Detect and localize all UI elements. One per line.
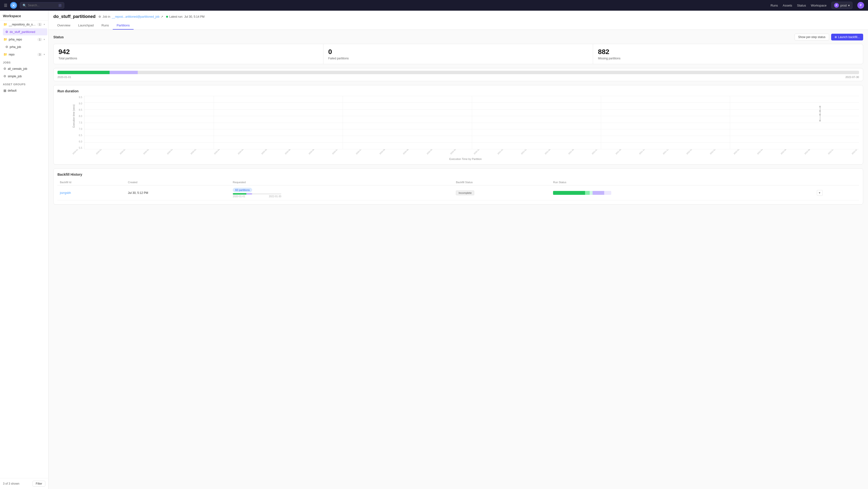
sidebar-item-prha-repo[interactable]: 📁 prha_repo 1 ▾ <box>1 36 47 43</box>
sidebar-item-do-stuff[interactable]: ⚙ do_stuff_partitioned <box>3 28 47 35</box>
sidebar-item-repo[interactable]: 📁 repo 3 ▾ <box>1 51 47 58</box>
y-label-9_0: 9.0 <box>79 102 82 105</box>
x-label-31: 2022-06-20 <box>804 149 812 155</box>
missing-partitions-value: 882 <box>598 48 858 56</box>
latest-run-value: Jul 30, 5:14 PM <box>184 15 205 19</box>
search-box[interactable]: 🔍 / <box>20 2 64 9</box>
job-meta: ⚙ Job in __reposi...artitioned@partition… <box>98 15 163 19</box>
chevron-icon: ▾ <box>44 38 45 41</box>
x-label-8: 2020-05-16 <box>261 149 269 155</box>
search-input[interactable] <box>28 4 57 7</box>
job-icon: ⚙ <box>3 67 6 70</box>
spike-dot-top <box>819 106 821 107</box>
slash-shortcut: / <box>58 4 62 7</box>
partitions-badge: 60 partitions <box>233 188 252 192</box>
spike-dot-bot <box>819 120 821 121</box>
x-label-1: 2020-01-18 <box>96 149 104 155</box>
bar-dates: 2020-01-01 2022-07-30 <box>58 75 859 78</box>
tab-partitions[interactable]: Partitions <box>113 22 133 30</box>
x-label-5: 2020-03-26 <box>190 149 198 155</box>
x-label-16: 2020-09-29 <box>450 149 458 155</box>
hamburger-icon[interactable]: ☰ <box>4 3 7 8</box>
x-label-13: 2020-08-09 <box>379 149 388 155</box>
x-label-32: 2022-07-07 <box>828 149 836 155</box>
mini-bar-fill <box>233 193 252 195</box>
backfill-history-title: Backfill History <box>58 172 859 176</box>
x-label-29: 2022-04-30 <box>757 149 765 155</box>
partition-bar-missing <box>110 71 138 74</box>
x-label-25: 2021-12-15 <box>662 149 671 155</box>
vgrid-1 <box>214 96 214 149</box>
jobs-section-title: Jobs <box>0 58 48 65</box>
tab-bar: Overview Launchpad Runs Partitions <box>53 22 863 30</box>
x-label-2: 2020-02-04 <box>119 149 128 155</box>
x-label-23: 2021-09-04 <box>615 149 624 155</box>
sidebar-item-simple-job[interactable]: ⚙ simple_job <box>1 73 47 80</box>
spike-dot-mid1 <box>819 110 821 112</box>
vgrid-3 <box>472 96 472 149</box>
y-label-8_0: 8.0 <box>79 115 82 118</box>
sidebar-item-label: default <box>8 89 45 92</box>
tab-launchpad[interactable]: Launchpad <box>74 22 97 30</box>
y-axis-title: Execution time (secs) <box>72 104 75 128</box>
x-label-30: 2022-06-03 <box>780 149 789 155</box>
nav-assets[interactable]: Assets <box>783 4 792 7</box>
x-label-3: 2020-02-21 <box>143 149 151 155</box>
sidebar-item-label: repo <box>9 53 36 56</box>
x-label-22: 2021-07-15 <box>591 149 600 155</box>
mini-bar-end: 2022-01-30 <box>269 195 281 198</box>
user-avatar[interactable]: P <box>857 2 864 9</box>
tab-overview[interactable]: Overview <box>53 22 74 30</box>
backfill-status-cell: Incomplete <box>454 185 551 200</box>
sidebar-item-prha-job[interactable]: ⚙ prha_job <box>3 43 47 51</box>
total-partitions-label: Total partitions <box>58 57 318 60</box>
sidebar-item-label: prha_job <box>10 45 45 49</box>
run-duration-section: Run duration 9.5 9.0 8.5 8.0 7.5 7.0 6.5… <box>53 85 863 165</box>
sidebar-item-count: 1 <box>37 38 42 41</box>
sidebar-item-all-cereals[interactable]: ⚙ all_cereals_job <box>1 65 47 72</box>
mini-bar-dates: 2020-01-01 2022-01-30 <box>233 195 281 198</box>
x-label-11: 2020-07-06 <box>332 149 340 155</box>
x-label-27: 2022-02-21 <box>709 149 718 155</box>
x-label-17: 2020-10-16 <box>473 149 482 155</box>
sidebar-item-count: 3 <box>37 53 42 56</box>
nav-status[interactable]: Status <box>797 4 806 7</box>
vgrid-4 <box>601 96 601 149</box>
launch-backfill-button[interactable]: ⊕ Launch backfill... <box>831 34 863 40</box>
chevron-down-icon: ▾ <box>848 4 850 7</box>
nav-workspace[interactable]: Workspace <box>811 4 827 7</box>
backfill-table: Backfill Id Created Requested Backfill S… <box>58 179 859 200</box>
sidebar-footer: 3 of 3 shown Filter <box>0 478 48 489</box>
show-per-step-button[interactable]: Show per-step status <box>795 34 829 40</box>
expand-row-button[interactable]: ▾ <box>817 190 823 196</box>
filter-button[interactable]: Filter <box>32 481 45 487</box>
sidebar-title: Workspace <box>0 11 48 21</box>
missing-partitions-stat: 882 Missing partitions <box>593 44 863 64</box>
x-label-26: 2022-01-18 <box>686 149 694 155</box>
sidebar-item-default[interactable]: ▦ default <box>1 87 47 94</box>
y-label-9_5: 9.5 <box>79 96 82 99</box>
prod-avatar: P <box>834 3 839 8</box>
partition-bar <box>58 71 859 74</box>
workspace-selector[interactable]: P prod ▾ <box>831 2 852 9</box>
col-expand <box>814 179 859 185</box>
nav-runs[interactable]: Runs <box>771 4 778 7</box>
run-status-cell <box>551 185 814 200</box>
backfill-id-link[interactable]: jozrgsbh <box>60 191 71 195</box>
tab-runs[interactable]: Runs <box>98 22 113 30</box>
job-meta-link[interactable]: __reposi...artitioned@partitioned_job <box>112 15 159 19</box>
col-backfill-status: Backfill Status <box>454 179 551 185</box>
sidebar: Workspace 📁 __repository_do_stuff_partit… <box>0 11 49 489</box>
run-status-success <box>553 191 585 195</box>
failed-partitions-stat: 0 Failed partitions <box>323 44 593 64</box>
sidebar-item-label: prha_repo <box>9 38 36 41</box>
spike-dot-mid2 <box>819 114 821 115</box>
x-labels: 2020-01-01 2020-01-18 2020-02-04 2020-02… <box>72 149 859 157</box>
folder-icon: 📁 <box>3 38 7 41</box>
sidebar-item-label: do_stuff_partitioned <box>10 30 45 34</box>
missing-partitions-label: Missing partitions <box>598 57 858 60</box>
y-label-6_0: 6.0 <box>79 140 82 143</box>
x-label-7: 2020-04-29 <box>237 149 246 155</box>
sidebar-item-repo1[interactable]: 📁 __repository_do_stuff_partitio... 1 ▾ <box>1 21 47 28</box>
x-label-19: 2021-02-12 <box>521 149 529 155</box>
